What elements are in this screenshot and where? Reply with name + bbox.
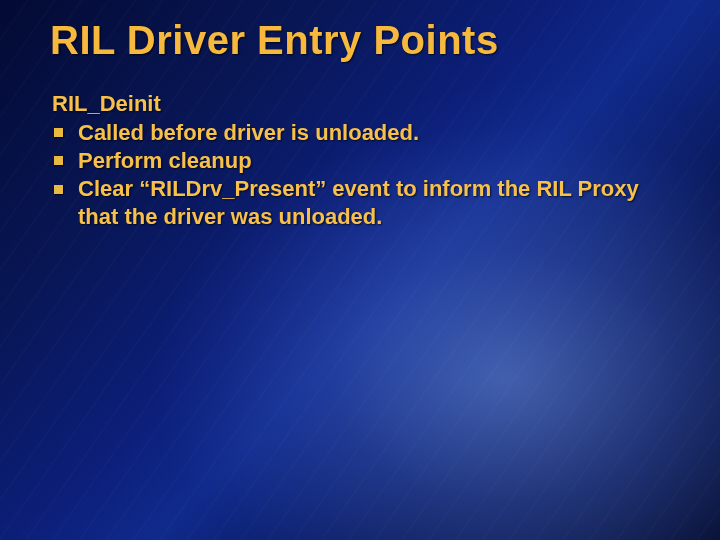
bullet-list: Called before driver is unloaded. Perfor… — [50, 119, 680, 232]
bullet-icon — [54, 156, 63, 165]
list-item-text: Perform cleanup — [78, 148, 252, 173]
list-item: Clear “RILDrv_Present” event to inform t… — [52, 175, 680, 231]
list-item-text: Called before driver is unloaded. — [78, 120, 419, 145]
bullet-icon — [54, 185, 63, 194]
slide: RIL Driver Entry Points RIL_Deinit Calle… — [0, 0, 720, 540]
list-item: Called before driver is unloaded. — [52, 119, 680, 147]
slide-title: RIL Driver Entry Points — [50, 18, 680, 63]
section-heading: RIL_Deinit — [52, 91, 680, 117]
bullet-icon — [54, 128, 63, 137]
list-item-text: Clear “RILDrv_Present” event to inform t… — [78, 176, 639, 229]
list-item: Perform cleanup — [52, 147, 680, 175]
